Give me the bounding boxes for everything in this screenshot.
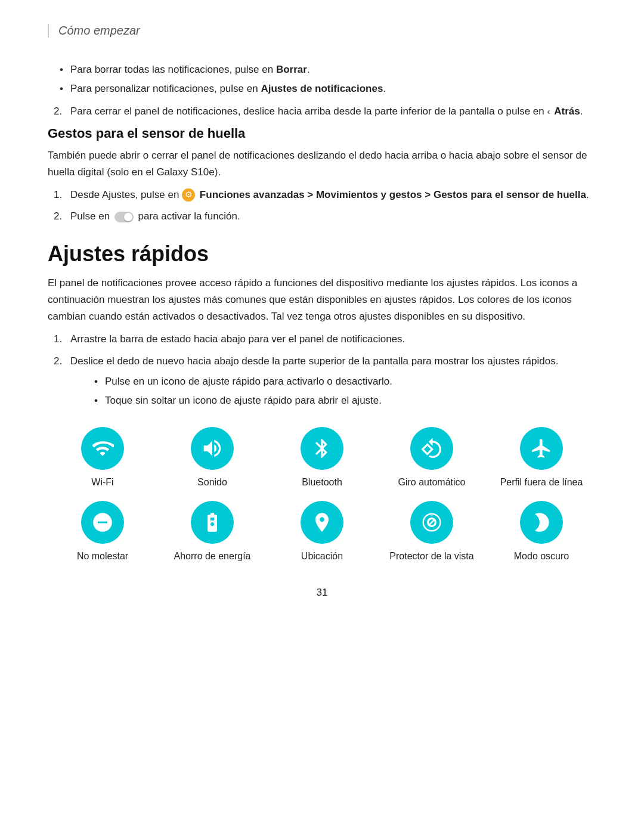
- page-number: 31: [48, 587, 596, 599]
- settings-gear-icon: [182, 188, 195, 202]
- sound-icon: [191, 427, 234, 470]
- gestos-step2: 2. Pulse en para activar la función.: [54, 208, 596, 225]
- bullet-borrar: Para borrar todas las notificaciones, pu…: [60, 61, 596, 78]
- darkmode-icon: [520, 501, 563, 544]
- wifi-label: Wi-Fi: [91, 476, 113, 489]
- donotdisturb-label: No molestar: [77, 550, 128, 563]
- qs-rotate: Giro automático: [384, 427, 479, 489]
- location-icon: [301, 501, 343, 544]
- quick-settings-row1: Wi-Fi Sonido Bluetooth Giro automático: [48, 427, 596, 489]
- ajustes-title: Ajustes rápidos: [48, 241, 596, 267]
- ajustes-sub-bullets: Pulse en un icono de ajuste rápido para …: [94, 373, 596, 409]
- section-gestos: Gestos para el sensor de huella También …: [48, 126, 596, 225]
- qs-wifi: Wi-Fi: [55, 427, 150, 489]
- qs-airplane: Perfil fuera de línea: [494, 427, 589, 489]
- airplane-label: Perfil fuera de línea: [500, 476, 583, 489]
- ajustes-step2: 2. Deslice el dedo de nuevo hacia abajo …: [54, 353, 596, 409]
- bluetooth-label: Bluetooth: [302, 476, 342, 489]
- bullet-ajustes-notif: Para personalizar notificaciones, pulse …: [60, 80, 596, 97]
- gestos-title: Gestos para el sensor de huella: [48, 126, 596, 141]
- eyeprotect-icon: [410, 501, 453, 544]
- gestos-step1: 1. Desde Ajustes, pulse en Funciones ava…: [54, 187, 596, 203]
- rotate-icon: [410, 427, 453, 470]
- donotdisturb-icon: [81, 501, 124, 544]
- toggle-icon: [114, 212, 134, 222]
- battery-icon: [191, 501, 234, 544]
- section-ajustes: Ajustes rápidos El panel de notificacion…: [48, 241, 596, 408]
- battery-label: Ahorro de energía: [174, 550, 251, 563]
- bluetooth-icon: [301, 427, 343, 470]
- eyeprotect-label: Protector de la vista: [389, 550, 473, 563]
- quick-settings-row2: No molestar Ahorro de energía Ubicación …: [48, 501, 596, 563]
- numbered-list-top: 2. Para cerrar el panel de notificacione…: [54, 103, 596, 120]
- qs-darkmode: Modo oscuro: [494, 501, 589, 563]
- wifi-icon: [81, 427, 124, 470]
- ajustes-body: El panel de notificaciones provee acceso…: [48, 275, 596, 325]
- qs-bluetooth: Bluetooth: [274, 427, 370, 489]
- airplane-icon: [520, 427, 563, 470]
- qs-location: Ubicación: [274, 501, 370, 563]
- sub-bullet-2: Toque sin soltar un icono de ajuste rápi…: [94, 392, 596, 409]
- header-text: Cómo empezar: [58, 24, 140, 37]
- ajustes-steps: 1. Arrastre la barra de estado hacia aba…: [54, 331, 596, 408]
- sub-bullet-1: Pulse en un icono de ajuste rápido para …: [94, 373, 596, 390]
- gestos-steps: 1. Desde Ajustes, pulse en Funciones ava…: [54, 187, 596, 225]
- gestos-body: También puede abrir o cerrar el panel de…: [48, 147, 596, 181]
- sound-label: Sonido: [197, 476, 227, 489]
- page-header: Cómo empezar: [48, 24, 596, 38]
- rotate-label: Giro automático: [398, 476, 466, 489]
- numbered-item-2: 2. Para cerrar el panel de notificacione…: [54, 103, 596, 120]
- qs-battery: Ahorro de energía: [165, 501, 260, 563]
- qs-eyeprotect: Protector de la vista: [384, 501, 479, 563]
- ajustes-step1: 1. Arrastre la barra de estado hacia aba…: [54, 331, 596, 348]
- atras-icon: ‹: [547, 104, 550, 119]
- darkmode-label: Modo oscuro: [514, 550, 569, 563]
- location-label: Ubicación: [301, 550, 343, 563]
- qs-donotdisturb: No molestar: [55, 501, 150, 563]
- top-bullet-list: Para borrar todas las notificaciones, pu…: [60, 61, 596, 97]
- qs-sound: Sonido: [165, 427, 260, 489]
